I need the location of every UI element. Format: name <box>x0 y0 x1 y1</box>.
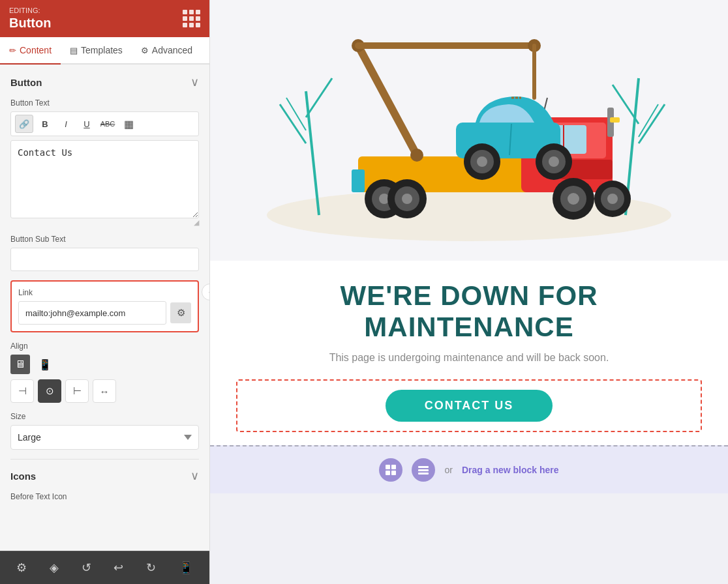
button-section-header: Button ∨ <box>10 75 199 89</box>
content-icon: ✏ <box>9 46 16 55</box>
button-sub-text-label: Button Sub Text <box>10 235 199 244</box>
toolbar-link-btn[interactable]: 🔗 <box>15 115 33 133</box>
svg-point-35 <box>568 193 579 205</box>
advanced-icon: ⚙ <box>141 46 149 55</box>
svg-line-16 <box>358 46 417 155</box>
svg-rect-50 <box>391 471 396 475</box>
panel-header-left: EDITING: Button <box>9 7 51 31</box>
svg-point-44 <box>402 194 412 204</box>
toolbar-format-btn[interactable]: ▦ <box>119 115 138 133</box>
link-input[interactable] <box>18 301 166 325</box>
contact-button-wrapper[interactable]: CONTACT US <box>236 379 702 432</box>
right-panel: WE'RE DOWN FOR MAINTENANCE This page is … <box>210 0 728 584</box>
button-text-label: Button Text <box>10 98 199 108</box>
size-select[interactable]: Small Medium Large Extra Large <box>10 425 199 450</box>
align-stretch-btn[interactable]: ↔ <box>93 379 116 403</box>
svg-point-17 <box>410 149 423 162</box>
tab-templates-label: Templates <box>81 45 123 55</box>
link-settings-button[interactable]: ⚙ <box>170 302 191 323</box>
align-center-btn[interactable]: ⊙ <box>38 379 61 403</box>
align-right-btn[interactable]: ⊢ <box>65 379 89 403</box>
svg-line-3 <box>306 78 332 117</box>
icons-section-header: Icons ∨ <box>10 469 199 483</box>
drag-block-bar: or Drag a new block here <box>210 445 728 493</box>
toolbar-bold-btn[interactable]: B <box>36 115 54 133</box>
footer-undo-btn[interactable]: ↩ <box>108 558 129 577</box>
grid-icon[interactable] <box>183 10 200 27</box>
add-block-icon1[interactable] <box>379 458 402 482</box>
before-text-icon-label: Before Text Icon <box>10 492 199 501</box>
link-field-row: ⚙ <box>18 301 191 325</box>
maintenance-subtitle: This page is undergoing maintenance and … <box>329 352 609 364</box>
icons-section-toggle[interactable]: ∨ <box>190 469 199 483</box>
panel-title: Button <box>9 16 51 31</box>
button-text-input[interactable]: Contact Us <box>10 140 199 218</box>
svg-rect-46 <box>610 117 620 123</box>
svg-rect-49 <box>386 471 390 475</box>
link-section: Link ⚙ <box>10 280 199 332</box>
toolbar-italic-btn[interactable]: I <box>57 115 75 133</box>
align-label: Align <box>10 342 199 351</box>
panel-body: Button ∨ Button Text 🔗 B I U ABC ▦ Conta… <box>0 65 209 551</box>
preview-area: WE'RE DOWN FOR MAINTENANCE This page is … <box>210 0 728 584</box>
svg-rect-45 <box>352 169 365 192</box>
device-mobile-btn[interactable]: 📱 <box>35 355 55 374</box>
svg-line-4 <box>286 98 306 130</box>
align-section: Align 🖥 📱 ⊣ ⊙ ⊢ ↔ <box>10 342 199 403</box>
button-section-toggle[interactable]: ∨ <box>190 75 199 89</box>
panel-header: EDITING: Button <box>0 0 209 37</box>
align-options: ⊣ ⊙ ⊢ ↔ <box>10 379 199 403</box>
svg-rect-52 <box>418 469 429 471</box>
svg-point-38 <box>607 194 618 204</box>
tab-content[interactable]: ✏ Content <box>0 37 61 65</box>
svg-rect-48 <box>391 465 396 469</box>
drag-block-text[interactable]: Drag a new block here <box>462 465 559 475</box>
drag-or-label: or <box>444 465 452 475</box>
button-sub-text-input[interactable] <box>10 248 199 271</box>
maintenance-illustration <box>210 0 728 261</box>
svg-rect-51 <box>418 466 429 468</box>
size-section: Size Small Medium Large Extra Large <box>10 412 199 450</box>
toolbar-strike-btn[interactable]: ABC <box>99 115 117 133</box>
truck-svg-container <box>210 13 728 254</box>
footer-layers-btn[interactable]: ◈ <box>44 558 64 577</box>
resize-handle: ◢ <box>10 218 199 227</box>
link-label: Link <box>18 288 191 297</box>
svg-line-8 <box>639 104 658 137</box>
device-desktop-btn[interactable]: 🖥 <box>10 355 30 374</box>
footer-history-btn[interactable]: ↺ <box>76 558 97 577</box>
text-toolbar: 🔗 B I U ABC ▦ <box>10 111 199 136</box>
toolbar-underline-btn[interactable]: U <box>78 115 96 133</box>
editing-label: EDITING: <box>9 7 51 14</box>
svg-line-6 <box>639 104 665 143</box>
maintenance-content: WE'RE DOWN FOR MAINTENANCE This page is … <box>210 261 728 445</box>
panel-footer: ⚙ ◈ ↺ ↩ ↻ 📱 <box>0 551 209 584</box>
footer-mobile-btn[interactable]: 📱 <box>174 558 198 577</box>
add-block-icon2[interactable] <box>412 458 435 482</box>
icons-section: Icons ∨ Before Text Icon <box>10 459 199 501</box>
svg-rect-53 <box>418 473 429 474</box>
left-panel: EDITING: Button ✏ Content ▤ Templates ⚙ … <box>0 0 210 584</box>
svg-line-1 <box>306 91 319 215</box>
tab-content-label: Content <box>20 45 52 55</box>
icons-section-title: Icons <box>10 471 36 482</box>
svg-point-27 <box>477 156 487 167</box>
svg-rect-47 <box>386 465 390 469</box>
size-label: Size <box>10 412 199 421</box>
tab-advanced[interactable]: ⚙ Advanced <box>132 37 202 65</box>
panel-tabs: ✏ Content ▤ Templates ⚙ Advanced <box>0 37 209 65</box>
tab-advanced-label: Advanced <box>152 45 192 55</box>
maintenance-title: WE'RE DOWN FOR MAINTENANCE <box>236 280 702 343</box>
align-left-btn[interactable]: ⊣ <box>10 379 34 403</box>
button-section-title: Button <box>10 77 42 88</box>
svg-point-30 <box>549 156 559 167</box>
contact-us-button[interactable]: CONTACT US <box>386 390 553 422</box>
tab-templates[interactable]: ▤ Templates <box>61 37 132 65</box>
align-device-row: 🖥 📱 <box>10 355 199 374</box>
footer-settings-btn[interactable]: ⚙ <box>11 558 32 577</box>
templates-icon: ▤ <box>70 46 78 55</box>
footer-redo-btn[interactable]: ↻ <box>141 558 161 577</box>
